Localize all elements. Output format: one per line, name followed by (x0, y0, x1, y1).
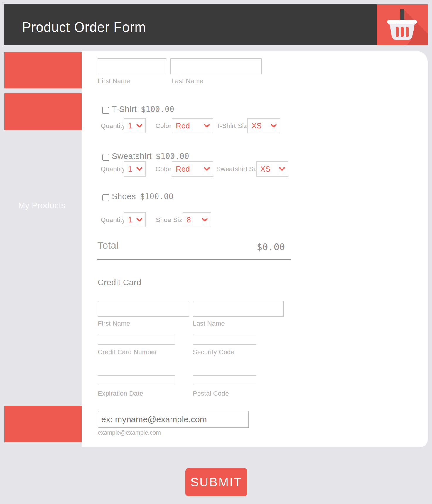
cc-last-name-label: Last Name (193, 320, 225, 327)
cc-first-name-input[interactable] (98, 301, 189, 317)
tshirt-row: T-Shirt $100.00 (112, 105, 174, 114)
tshirt-color-select[interactable]: Red (172, 118, 213, 133)
credit-card-heading: Credit Card (98, 278, 141, 287)
sidebar-item-email: E-mail* (4, 406, 82, 442)
sweatshirt-row: Sweatshirt $100.00 (112, 152, 189, 161)
shopping-basket-icon (377, 4, 428, 45)
cc-first-name-label: First Name (98, 320, 130, 327)
sweatshirt-color-select[interactable]: Red (172, 161, 213, 177)
cc-postal-code-label: Postal Code (193, 390, 229, 397)
submit-button[interactable]: SUBMIT (185, 468, 247, 496)
first-name-input[interactable] (98, 58, 166, 74)
tshirt-size-select[interactable]: XS (247, 118, 280, 133)
shoes-checkbox[interactable] (102, 194, 109, 201)
basket-tile (377, 4, 428, 45)
shoes-price: $100.00 (140, 192, 173, 201)
chevron-down-icon (271, 124, 277, 128)
sweatshirt-size-label: Sweatshirt Size (216, 165, 262, 173)
cc-number-label: Credit Card Number (98, 348, 157, 356)
chevron-down-icon (204, 167, 210, 171)
chevron-down-icon (136, 218, 142, 222)
tshirt-quantity-label: Quantity (101, 122, 125, 130)
cc-security-code-input[interactable] (193, 334, 256, 345)
shoes-quantity-label: Quantity (101, 216, 125, 224)
shoes-row: Shoes $100.00 (112, 192, 173, 201)
sweatshirt-price: $100.00 (156, 152, 189, 161)
header-bar: Product Order Form (4, 4, 377, 45)
cc-number-input[interactable] (98, 334, 175, 345)
total-divider (97, 259, 291, 260)
cc-postal-code-input[interactable] (193, 375, 256, 385)
chevron-down-icon (136, 167, 142, 171)
tshirt-price: $100.00 (141, 105, 174, 114)
cc-last-name-input[interactable] (193, 301, 284, 317)
chevron-down-icon (136, 124, 142, 128)
shoes-name: Shoes (112, 192, 136, 201)
sweatshirt-quantity-label: Quantity (101, 165, 125, 173)
sidebar-label-my-products: My Products (18, 201, 65, 210)
chevron-down-icon (204, 124, 210, 128)
tshirt-color-label: Color (156, 122, 171, 130)
tshirt-checkbox[interactable] (102, 107, 109, 114)
sweatshirt-color-label: Color (156, 165, 171, 173)
tshirt-name: T-Shirt (112, 105, 137, 114)
last-name-input[interactable] (170, 58, 262, 74)
tshirt-size-label: T-Shirt Size (216, 122, 251, 130)
sidebar-item-my-products: My Products (4, 93, 82, 130)
last-name-label: Last Name (171, 77, 203, 85)
shoes-quantity-select[interactable]: 1 (124, 212, 146, 227)
tshirt-quantity-select[interactable]: 1 (124, 118, 146, 133)
sidebar-item-full-name: Full Name (4, 52, 82, 88)
shoe-size-label: Shoe Size (156, 216, 186, 224)
sweatshirt-size-select[interactable]: XS (256, 161, 288, 177)
cc-security-code-label: Security Code (193, 348, 234, 356)
email-input[interactable] (98, 411, 249, 428)
email-helper-text: example@example.com (98, 429, 161, 436)
cc-expiration-label: Expiration Date (98, 390, 143, 397)
sweatshirt-quantity-select[interactable]: 1 (124, 161, 146, 177)
cc-expiration-input[interactable] (98, 375, 175, 385)
shoe-size-select[interactable]: 8 (183, 212, 211, 227)
sweatshirt-checkbox[interactable] (102, 154, 109, 161)
first-name-label: First Name (98, 77, 130, 85)
chevron-down-icon (202, 218, 208, 222)
total-amount: $0.00 (226, 241, 285, 253)
total-label: Total (97, 240, 119, 251)
chevron-down-icon (279, 167, 285, 171)
sweatshirt-name: Sweatshirt (112, 152, 152, 161)
page-title: Product Order Form (22, 19, 146, 35)
